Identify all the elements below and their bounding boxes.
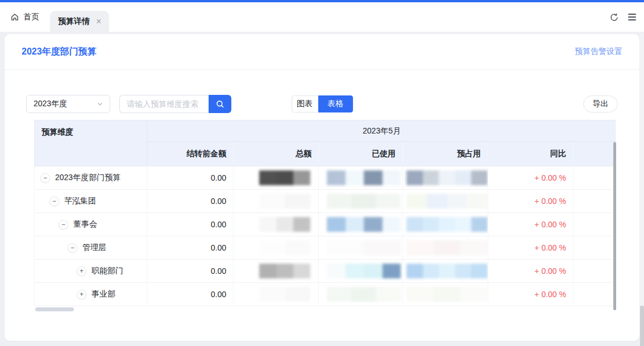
empty-cell xyxy=(574,283,616,306)
redacted-value xyxy=(406,264,488,278)
row-label: 2023年度部门预算 xyxy=(55,173,121,183)
tab-budget-detail[interactable]: 预算详情 × xyxy=(50,11,109,32)
redacted-cell xyxy=(234,213,319,236)
redacted-value xyxy=(406,287,488,302)
redacted-cell xyxy=(319,260,403,282)
column-header-dimension: 预算维度 xyxy=(35,120,147,166)
year-select-value: 2023年度 xyxy=(34,99,67,109)
empty-cell xyxy=(574,190,616,212)
menu-icon[interactable] xyxy=(628,14,636,20)
tab-home[interactable]: 首页 xyxy=(10,2,39,32)
column-group-header-month: 2023年5月 xyxy=(147,120,616,142)
view-toggle-chart[interactable]: 图表 xyxy=(292,95,318,112)
yoy-value: + 0.00 % xyxy=(488,213,574,236)
table-row: −芊泓集团0.00+ 0.00 % xyxy=(35,190,615,213)
search-group xyxy=(119,95,231,113)
redacted-cell xyxy=(319,213,403,236)
redacted-cell xyxy=(319,166,403,189)
redacted-value xyxy=(406,217,488,232)
filter-toolbar: 2023年度 图表 表格 导出 xyxy=(26,95,618,113)
dimension-cell: −芊泓集团 xyxy=(35,190,147,212)
horizontal-scrollbar-thumb[interactable] xyxy=(35,307,74,311)
redacted-value xyxy=(259,240,310,255)
empty-cell xyxy=(574,213,616,236)
yoy-value: + 0.00 % xyxy=(488,236,574,259)
redacted-value xyxy=(259,194,310,209)
column-header-total: 总额 xyxy=(234,142,319,166)
redacted-cell xyxy=(403,283,488,306)
close-icon[interactable]: × xyxy=(96,17,101,26)
expand-toggle-icon[interactable]: + xyxy=(77,266,86,276)
empty-cell xyxy=(574,260,616,282)
expand-toggle-icon[interactable]: + xyxy=(77,290,86,299)
redacted-cell xyxy=(403,260,488,282)
card-header: 2023年度部门预算 预算告警设置 xyxy=(5,34,639,70)
table-row: −2023年度部门预算0.00+ 0.00 % xyxy=(35,166,615,190)
redacted-value xyxy=(406,240,488,255)
page-scrollbar-track xyxy=(640,34,644,346)
row-label: 事业部 xyxy=(92,289,115,299)
export-button[interactable]: 导出 xyxy=(583,95,618,112)
empty-cell xyxy=(574,166,616,189)
redacted-value xyxy=(259,170,310,185)
table-row: +事业部0.00+ 0.00 % xyxy=(35,283,615,306)
search-icon xyxy=(215,99,225,109)
redacted-value xyxy=(327,287,401,302)
collapse-toggle-icon[interactable]: − xyxy=(49,197,59,206)
year-select[interactable]: 2023年度 xyxy=(26,95,110,113)
view-toggle: 图表 表格 xyxy=(292,95,353,112)
column-header-yoy: 同比 xyxy=(488,142,574,166)
collapse-toggle-icon[interactable]: − xyxy=(40,173,50,183)
column-header-occupied: 预占用 xyxy=(403,142,488,166)
dimension-cell: +职能部门 xyxy=(35,260,147,282)
budget-table: 预算维度 2023年5月 结转前金额 总额 已使用 预占用 同比 −2023年度… xyxy=(34,120,616,306)
redacted-cell xyxy=(319,190,403,212)
redacted-cell xyxy=(319,236,403,259)
row-label: 职能部门 xyxy=(92,266,123,276)
redacted-value xyxy=(327,240,401,255)
page-title: 2023年度部门预算 xyxy=(22,46,97,58)
budget-card: 2023年度部门预算 预算告警设置 2023年度 图表 表格 xyxy=(5,34,639,341)
redacted-value xyxy=(327,194,401,209)
dimension-cell: +事业部 xyxy=(35,283,147,306)
search-button[interactable] xyxy=(209,95,231,113)
page-scrollbar-thumb[interactable] xyxy=(640,306,644,346)
redacted-value xyxy=(259,287,310,302)
collapse-toggle-icon[interactable]: − xyxy=(68,243,77,253)
carryover-amount: 0.00 xyxy=(147,236,234,259)
empty-cell xyxy=(574,236,616,259)
column-header-extra xyxy=(574,142,616,166)
carryover-amount: 0.00 xyxy=(147,260,234,282)
vertical-scrollbar-thumb[interactable] xyxy=(613,142,616,310)
redacted-cell xyxy=(234,236,319,259)
column-header-carryover: 结转前金额 xyxy=(147,142,234,166)
carryover-amount: 0.00 xyxy=(147,283,234,306)
budget-alert-settings-link[interactable]: 预算告警设置 xyxy=(575,47,622,57)
search-input[interactable] xyxy=(119,95,209,113)
redacted-value xyxy=(327,170,401,185)
refresh-icon[interactable] xyxy=(609,12,619,22)
carryover-amount: 0.00 xyxy=(147,190,234,212)
redacted-value xyxy=(406,170,488,185)
redacted-value xyxy=(259,264,310,278)
row-label: 管理层 xyxy=(82,243,106,253)
view-toggle-table[interactable]: 表格 xyxy=(318,95,353,112)
collapse-toggle-icon[interactable]: − xyxy=(59,220,68,230)
redacted-value xyxy=(327,217,401,232)
redacted-cell xyxy=(234,190,319,212)
yoy-value: + 0.00 % xyxy=(488,166,574,189)
yoy-value: + 0.00 % xyxy=(488,260,574,282)
table-row: −管理层0.00+ 0.00 % xyxy=(35,236,615,260)
table-body: −2023年度部门预算0.00+ 0.00 %−芊泓集团0.00+ 0.00 %… xyxy=(34,166,616,306)
column-header-used: 已使用 xyxy=(319,142,403,166)
redacted-cell xyxy=(234,260,319,282)
carryover-amount: 0.00 xyxy=(147,166,234,189)
carryover-amount: 0.00 xyxy=(147,213,234,236)
table-row: +职能部门0.00+ 0.00 % xyxy=(35,260,615,283)
row-label: 董事会 xyxy=(73,219,97,230)
tab-budget-detail-label: 预算详情 xyxy=(58,16,90,27)
tab-bar: 首页 预算详情 × xyxy=(0,2,644,32)
redacted-cell xyxy=(403,213,488,236)
redacted-cell xyxy=(234,283,319,306)
table-row: −董事会0.00+ 0.00 % xyxy=(35,213,615,236)
